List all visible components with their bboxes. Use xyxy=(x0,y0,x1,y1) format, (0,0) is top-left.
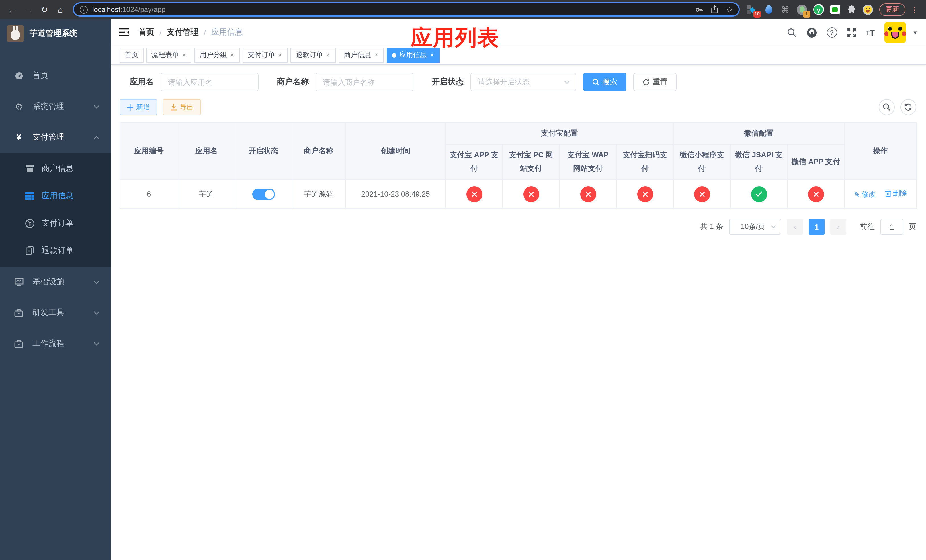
status-label: 开启状态 xyxy=(432,77,464,87)
sidebar-item-refund-orders[interactable]: 退款订单 xyxy=(0,237,111,264)
tab-merchant-info[interactable]: 商户信息× xyxy=(339,48,384,62)
browser-back-button[interactable]: ← xyxy=(6,3,20,16)
tab-refund-orders[interactable]: 退款订单× xyxy=(291,48,336,62)
fullscreen-icon[interactable] xyxy=(847,28,856,37)
table-row: 6 芋道 芋道源码 2021-10-23 08:49:25 xyxy=(120,180,917,208)
sidebar-item-app-info[interactable]: 应用信息 xyxy=(0,182,111,210)
close-icon[interactable]: × xyxy=(326,51,331,59)
balloon-extension-icon[interactable] xyxy=(763,4,775,15)
sidebar-item-label: 基础设施 xyxy=(32,277,94,287)
browser-update-button[interactable]: 更新 xyxy=(879,3,905,16)
sidebar-item-infrastructure[interactable]: 基础设施 xyxy=(0,266,111,297)
edit-link[interactable]: ✎修改 xyxy=(854,190,876,200)
column-header-wechat-jsapi: 微信 JSAPI 支付 xyxy=(730,144,787,180)
sidebar-item-label: 支付订单 xyxy=(42,218,100,229)
sidebar-item-label: 商户信息 xyxy=(42,163,100,174)
shop-icon xyxy=(23,164,36,173)
collapse-sidebar-icon[interactable] xyxy=(119,28,129,37)
avatar-caret-down-icon[interactable]: ▼ xyxy=(912,29,918,36)
sidebar-item-home[interactable]: 首页 xyxy=(0,61,111,91)
app-name-input[interactable] xyxy=(160,73,259,91)
pagination-total: 共 1 条 xyxy=(700,222,723,232)
user-avatar[interactable] xyxy=(884,22,906,43)
site-info-icon[interactable]: i xyxy=(80,5,88,14)
address-bar[interactable]: i localhost:1024/pay/app ☆ xyxy=(73,2,740,17)
status-enabled-icon xyxy=(751,186,767,202)
refresh-table-button[interactable] xyxy=(900,99,916,115)
sidebar-item-dev-tools[interactable]: 研发工具 xyxy=(0,297,111,328)
column-header-merchant: 商户名称 xyxy=(292,123,345,180)
delete-link[interactable]: 删除 xyxy=(885,189,907,198)
sidebar-item-system[interactable]: ⚙ 系统管理 xyxy=(0,91,111,122)
browser-forward-button[interactable]: → xyxy=(22,3,35,16)
status-toggle[interactable] xyxy=(252,188,275,200)
close-icon[interactable]: × xyxy=(230,51,235,59)
page-number-button[interactable]: 1 xyxy=(809,219,825,235)
status-select-placeholder: 请选择开启状态 xyxy=(478,77,564,87)
extensions-puzzle-icon[interactable] xyxy=(846,4,857,15)
close-icon[interactable]: × xyxy=(278,51,283,59)
sidebar-item-workflow[interactable]: 工作流程 xyxy=(0,328,111,359)
bookmark-star-icon[interactable]: ☆ xyxy=(726,5,733,14)
tab-label: 商户信息 xyxy=(344,50,371,60)
profile-extension-icon[interactable]: 1 xyxy=(796,4,808,15)
column-header-alipay-app: 支付宝 APP 支付 xyxy=(446,144,502,180)
breadcrumb-separator: / xyxy=(159,28,162,37)
merchant-name-input[interactable] xyxy=(316,73,413,91)
delete-link-label: 删除 xyxy=(893,189,907,198)
tab-process-form[interactable]: 流程表单× xyxy=(146,48,192,62)
browser-profile-avatar[interactable] xyxy=(862,4,874,15)
apps-table: 应用编号 应用名 开启状态 商户名称 创建时间 支付宝配置 微信配置 操作 支付… xyxy=(120,123,917,209)
cell-created: 2021-10-23 08:49:25 xyxy=(345,180,446,208)
close-icon[interactable]: × xyxy=(374,51,379,59)
reset-button[interactable]: 重置 xyxy=(633,73,676,91)
status-disabled-icon xyxy=(637,186,653,202)
breadcrumb-payment[interactable]: 支付管理 xyxy=(167,27,199,38)
tags-view-bar: 首页 流程表单× 用户分组× 支付订单× 退款订单× 商户信息× 应用信息× xyxy=(111,45,926,65)
goto-page-input[interactable] xyxy=(881,219,903,235)
header-search-icon[interactable] xyxy=(787,28,797,37)
password-key-icon[interactable] xyxy=(695,5,704,14)
tab-user-group[interactable]: 用户分组× xyxy=(195,48,240,62)
command-extension-icon[interactable]: ⌘ xyxy=(780,4,791,15)
share-icon[interactable] xyxy=(711,5,719,14)
search-button[interactable]: 搜索 xyxy=(583,73,626,91)
status-select[interactable]: 请选择开启状态 xyxy=(471,73,576,91)
tab-label: 退款订单 xyxy=(296,50,323,60)
export-button[interactable]: 导出 xyxy=(163,99,201,115)
status-disabled-icon xyxy=(808,186,824,202)
url-path: :1024/pay/app xyxy=(121,5,166,14)
browser-menu-icon[interactable]: ⋮ xyxy=(909,5,920,14)
prev-page-button[interactable]: ‹ xyxy=(787,219,803,235)
cell-app-name: 芋道 xyxy=(178,180,235,208)
next-page-button[interactable]: › xyxy=(830,219,846,235)
app-name-label: 应用名 xyxy=(130,77,154,87)
column-header-created: 创建时间 xyxy=(345,123,446,180)
sidebar-item-payment[interactable]: ¥ 支付管理 xyxy=(0,122,111,153)
font-size-icon[interactable]: TT xyxy=(866,28,875,37)
sidebar-item-pay-orders[interactable]: 支付订单 xyxy=(0,210,111,237)
tab-home[interactable]: 首页 xyxy=(120,48,144,62)
sidebar-item-label: 应用信息 xyxy=(42,191,100,201)
pagination: 共 1 条 10条/页 ‹ 1 › 前往 页 xyxy=(120,219,916,235)
toggle-search-button[interactable] xyxy=(879,99,895,115)
add-button[interactable]: 新增 xyxy=(120,99,157,115)
extension-icon[interactable]: ◆ 10 xyxy=(747,4,758,15)
close-icon[interactable]: × xyxy=(182,51,186,59)
sidebar-item-label: 研发工具 xyxy=(32,308,94,318)
browser-reload-button[interactable]: ↻ xyxy=(38,3,51,16)
breadcrumb-home[interactable]: 首页 xyxy=(138,27,154,38)
page-size-select[interactable]: 10条/页 xyxy=(729,219,781,235)
cell-merchant: 芋道源码 xyxy=(292,180,345,208)
y-extension-icon[interactable]: y xyxy=(813,4,824,15)
github-icon[interactable] xyxy=(806,27,817,38)
browser-home-button[interactable]: ⌂ xyxy=(53,3,67,16)
status-disabled-icon xyxy=(694,186,710,202)
help-icon[interactable]: ? xyxy=(827,27,837,38)
chat-extension-icon[interactable] xyxy=(829,4,841,15)
column-header-app-id: 应用编号 xyxy=(120,123,178,180)
tab-pay-orders[interactable]: 支付订单× xyxy=(243,48,288,62)
sidebar-item-merchant-info[interactable]: 商户信息 xyxy=(0,155,111,182)
app-logo-row[interactable]: 芋道管理系统 xyxy=(0,20,111,48)
payment-submenu: 商户信息 应用信息 支付订单 xyxy=(0,153,111,266)
